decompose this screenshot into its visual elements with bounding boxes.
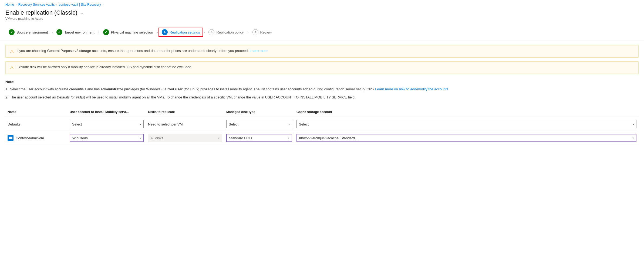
alert-gp-storage: ⚠ If you are choosing General Purpose v2… <box>5 45 639 58</box>
alert-exclude-disk: ⚠ Exclude disk will be allowed only if m… <box>5 61 639 74</box>
notes-section: Note: 1. Select the user account with ac… <box>5 78 639 107</box>
defaults-user-account-arrow: ▾ <box>140 123 141 126</box>
vm-name-label: ContosoAdminVm <box>16 136 44 140</box>
table-header-row: Name User account to install Mobility se… <box>5 109 639 117</box>
step-1-label: Source environment <box>16 30 48 34</box>
note-item-2: 2. The user account selected as Defaults… <box>5 95 639 100</box>
defaults-cache-storage-cell: Select ▾ <box>294 119 639 129</box>
breadcrumb-home[interactable]: Home <box>5 3 14 6</box>
step-arrow-3: › <box>157 30 158 34</box>
note-num-2: 2. <box>5 95 8 100</box>
alert-warning-icon-2: ⚠ <box>10 65 14 70</box>
alert-warning-icon-1: ⚠ <box>10 49 14 54</box>
notes-title: Note: <box>5 80 639 84</box>
breadcrumb-recovery-vaults[interactable]: Recovery Services vaults <box>18 3 55 6</box>
step-arrow-2: › <box>98 30 99 34</box>
breadcrumb-site-recovery[interactable]: contoso-vault | Site Recovery <box>59 3 101 6</box>
step-5-icon: 5 <box>208 29 214 35</box>
vm-user-account-arrow: ▾ <box>140 137 141 140</box>
defaults-managed-disk-arrow: ▾ <box>288 123 290 126</box>
step-arrow-1: › <box>52 30 53 34</box>
defaults-managed-disk-cell: Select ▾ <box>224 119 294 129</box>
vm-disks-value: All disks <box>150 136 163 140</box>
step-replication-settings[interactable]: 4 Replication settings <box>159 28 203 37</box>
alert-learn-more-link-1[interactable]: Learn more <box>250 49 268 53</box>
col-header-cache-storage: Cache storage account <box>294 109 639 115</box>
defaults-disks-text: Need to select per VM. <box>148 122 184 126</box>
vm-cache-storage-value: lrhdxvv2arcmjulv2acache [Standard... <box>299 136 358 140</box>
defaults-cache-storage-arrow: ▾ <box>633 123 634 126</box>
breadcrumb-sep-1: › <box>16 3 17 6</box>
vm-managed-disk-value: Standard HDD <box>229 136 252 140</box>
step-5-label: Replication policy <box>216 30 244 34</box>
step-review[interactable]: 6 Review <box>249 28 275 37</box>
vm-cache-storage-arrow: ▾ <box>632 137 634 140</box>
step-3-label: Physical machine selection <box>111 30 153 34</box>
col-header-disks: Disks to replicate <box>146 109 224 115</box>
replication-table: Name User account to install Mobility se… <box>5 109 639 145</box>
vm-user-account-value: WinCreds <box>72 136 88 140</box>
step-replication-policy[interactable]: 5 Replication policy <box>205 28 247 37</box>
note-item-1: 1. Select the user account with accurate… <box>5 87 639 92</box>
step-2-label: Target environment <box>64 30 94 34</box>
col-header-user-account: User account to install Mobility servi..… <box>68 109 146 115</box>
defaults-user-account-cell: Select ▾ <box>68 119 146 129</box>
defaults-managed-disk-dropdown[interactable]: Select ▾ <box>226 120 292 128</box>
vm-disks-cell: All disks ▾ <box>146 133 224 143</box>
alert-gp-text: If you are choosing General Purpose v2 s… <box>16 49 268 53</box>
step-arrow-4: › <box>204 30 205 34</box>
step-4-icon: 4 <box>162 29 168 35</box>
learn-more-accounts-link[interactable]: Learn more on how to add/modify the acco… <box>375 87 449 91</box>
page-title-text: Enable replication (Classic) <box>5 9 77 16</box>
defaults-name: Defaults <box>5 121 68 127</box>
vm-disks-arrow: ▾ <box>218 137 220 140</box>
vm-icon-inner <box>9 137 12 139</box>
vm-user-account-dropdown[interactable]: WinCreds ▾ <box>70 134 144 142</box>
vm-cache-storage-dropdown[interactable]: lrhdxvv2arcmjulv2acache [Standard... ▾ <box>296 134 636 142</box>
vm-name-cell: ContosoAdminVm <box>5 134 68 142</box>
page-subtitle: VMware machine to Azure <box>5 17 639 21</box>
ellipsis-button[interactable]: ... <box>80 10 83 15</box>
step-4-label: Replication settings <box>170 30 200 34</box>
table-row-defaults: Defaults Select ▾ Need to select per VM.… <box>5 117 639 131</box>
defaults-disks-cell: Need to select per VM. <box>146 121 224 127</box>
vm-icon <box>8 135 14 141</box>
breadcrumb-sep-3: › <box>103 3 104 6</box>
step-3-icon: ✓ <box>103 29 109 35</box>
page-header: Enable replication (Classic) ... VMware … <box>0 8 644 24</box>
main-content: ⚠ If you are choosing General Purpose v2… <box>0 41 644 149</box>
defaults-cache-storage-value: Select <box>299 122 309 126</box>
note-text-1: Select the user account with accurate cr… <box>10 87 449 92</box>
step-6-icon: 6 <box>252 29 258 35</box>
vm-disks-dropdown[interactable]: All disks ▾ <box>148 134 222 142</box>
step-1-icon: ✓ <box>9 29 15 35</box>
step-target-environment[interactable]: ✓ Target environment <box>53 28 97 37</box>
notes-list: 1. Select the user account with accurate… <box>5 87 639 100</box>
vm-managed-disk-cell: Standard HDD ▾ <box>224 133 294 143</box>
note-text-2: The user account selected as Defaults fo… <box>10 95 356 100</box>
vm-cache-storage-cell: lrhdxvv2arcmjulv2acache [Standard... ▾ <box>294 133 639 143</box>
alert-exclude-text: Exclude disk will be allowed only if mob… <box>16 65 191 69</box>
vm-user-account-cell: WinCreds ▾ <box>68 133 146 143</box>
vm-managed-disk-dropdown[interactable]: Standard HDD ▾ <box>226 134 292 142</box>
defaults-user-account-dropdown[interactable]: Select ▾ <box>70 120 144 128</box>
breadcrumb: Home › Recovery Services vaults › contos… <box>0 0 644 8</box>
col-header-managed-disk: Managed disk type <box>224 109 294 115</box>
step-source-environment[interactable]: ✓ Source environment <box>5 28 51 37</box>
step-2-icon: ✓ <box>56 29 62 35</box>
defaults-cache-storage-dropdown[interactable]: Select ▾ <box>296 120 636 128</box>
defaults-managed-disk-value: Select <box>229 122 238 126</box>
table-row-vm: ContosoAdminVm WinCreds ▾ All disks ▾ St… <box>5 131 639 145</box>
wizard-steps: ✓ Source environment › ✓ Target environm… <box>0 24 644 41</box>
defaults-user-account-value: Select <box>72 122 82 126</box>
breadcrumb-sep-2: › <box>56 3 57 6</box>
step-6-label: Review <box>260 30 272 34</box>
step-arrow-5: › <box>248 30 249 34</box>
col-header-name: Name <box>5 109 68 115</box>
note-num-1: 1. <box>5 87 8 92</box>
vm-name-container: ContosoAdminVm <box>8 135 65 141</box>
vm-managed-disk-arrow: ▾ <box>288 137 289 140</box>
step-physical-machine[interactable]: ✓ Physical machine selection <box>100 28 156 37</box>
